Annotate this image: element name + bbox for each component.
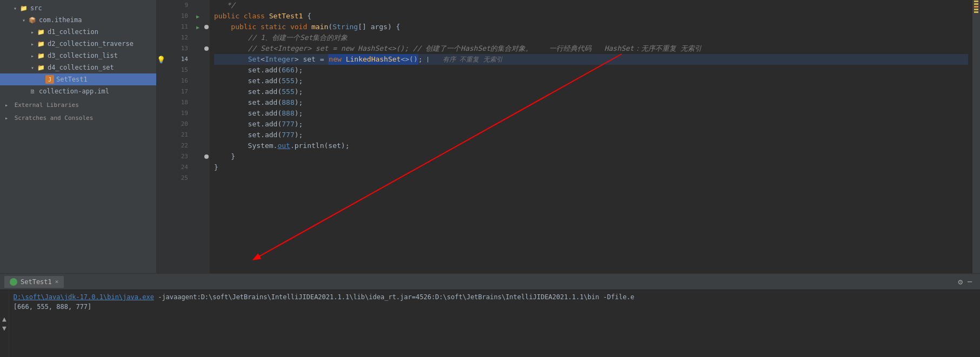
sidebar-scratches[interactable]: Scratches and Consoles [0,110,156,123]
sidebar-item-d2[interactable]: 📁 d2_collection_traverse [0,38,156,50]
run-btn-blank6 [192,65,203,76]
package-icon: 📦 [28,16,37,24]
tree-arrow-com-itheima [19,16,28,24]
terminal-tab-settest1[interactable]: SetTest1 × [4,276,64,288]
tree-arrow-d4 [28,63,37,72]
code-token: set.add( [214,86,282,97]
code-line-19: set.add( 888 ); [214,108,968,119]
ide-main-container: 📁 src 📦 com.itheima 📁 d1_collection 📁 d2… [0,0,980,273]
sidebar-item-SetTest1[interactable]: J SetTest1 [0,73,156,85]
line-num-21: 21 [168,130,188,140]
sidebar-item-com-itheima[interactable]: 📦 com.itheima [0,14,156,26]
run-btn-blank4 [192,43,203,54]
code-token: ( [328,22,332,32]
tree-arrow-scratches [2,113,11,122]
sidebar-external-libraries[interactable]: External Libraries [0,97,156,110]
code-token: ); [295,76,303,86]
code-line-21: set.add( 777 ); [214,130,968,140]
bookmark-21 [203,130,210,140]
terminal-minimize-icon[interactable]: − [967,277,972,287]
line-num-15: 15 [168,65,188,76]
terminal-tab-close-btn[interactable]: × [55,278,59,285]
terminal-args: -javaagent:D:\soft\JetBrains\IntelliJIDE… [158,293,634,301]
gutter-mark-3 [974,6,978,8]
line-num-19: 19 [168,108,188,119]
tree-arrow-settest1 [37,75,45,84]
code-token: System. [214,140,277,151]
code-token: ); [295,130,303,140]
terminal-up-arrow[interactable]: ▲ [2,315,6,322]
code-token: SetTest1 [269,11,303,22]
sidebar-item-d3[interactable]: 📁 d3_collection_list [0,50,156,62]
code-hint: 有序 不重复 无索引 [435,54,503,65]
bulb-icon-line14[interactable]: 💡 [157,54,165,65]
code-token: < [261,54,265,65]
sidebar-label-SetTest1: SetTest1 [56,76,88,83]
bulb-item-blank [157,0,165,11]
line-num-12: 12 [168,32,188,43]
terminal-body[interactable]: D:\soft\Java\jdk-17.0.1\bin\java.exe -ja… [9,290,980,357]
code-token [214,22,231,32]
code-line-9: */ [214,0,968,11]
run-btn-blank9 [192,97,203,108]
cursor-bar: | [423,54,430,65]
bulb-item-blank4 [157,32,165,43]
code-token: main [311,22,328,32]
sidebar-item-iml[interactable]: 🗎 collection-app.iml [0,85,156,97]
code-line-16: set.add( 555 ); [214,76,968,86]
scratches-label: Scratches and Consoles [15,114,94,122]
java-icon-settest1: J [45,75,54,84]
code-line-23: } [214,151,968,162]
code-token: 555 [282,76,294,86]
code-token: set.add( [214,76,282,86]
code-token: > set = [295,54,329,65]
run-btn-blank13 [192,140,203,151]
line-num-9: 9 [168,0,188,11]
run-btn-blank8 [192,86,203,97]
bookmark-17 [203,86,210,97]
code-line-24: } [214,162,968,173]
code-token [214,54,248,65]
code-token: public [214,11,239,22]
external-libraries-label: External Libraries [15,102,79,109]
code-token: 777 [282,119,294,130]
code-area[interactable]: */ public class SetTest1 { public static [210,0,972,273]
code-token [265,11,269,22]
bookmark-18 [203,97,210,108]
terminal-down-arrow[interactable]: ▼ [2,325,6,332]
terminal-tab-label: SetTest1 [21,278,52,286]
bookmark-22 [203,140,210,151]
line-num-13: 13 [168,43,188,54]
run-btn-blank14 [192,151,203,162]
sidebar-item-d1[interactable]: 📁 d1_collection [0,26,156,38]
tree-arrow-extlib [2,100,11,109]
bookmark-12 [203,32,210,43]
code-line-22: System. out .println(set); [214,140,968,151]
code-token: ); [295,65,303,76]
code-token: set.add( [214,97,282,108]
code-line-20: set.add( 777 ); [214,119,968,130]
line-num-20: 20 [168,119,188,130]
sidebar-label-com-itheima: com.itheima [39,16,82,24]
sidebar-item-src[interactable]: 📁 src [0,2,156,14]
code-line-17: set.add( 555 ); [214,86,968,97]
terminal-settings-icon[interactable]: ⚙ [958,277,963,287]
code-line-13: // Set<Integer> set = new HashSet<>(); /… [214,43,968,54]
sidebar-item-d4[interactable]: 📁 d4_collection_set [0,62,156,73]
folder-icon-d1: 📁 [37,28,45,36]
terminal-java-exe[interactable]: D:\soft\Java\jdk-17.0.1\bin\java.exe [14,293,154,301]
line-num-22: 22 [168,140,188,151]
terminal-header: SetTest1 × ⚙ − [0,274,980,290]
run-btn-10[interactable]: ▶ [192,11,203,22]
run-btn-blank11 [192,119,203,130]
run-btn-11[interactable]: ▶ [192,22,203,32]
terminal-controls: ⚙ − [958,277,976,287]
bookmark-20 [203,119,210,130]
gutter-mark-1 [974,1,978,2]
code-token: Integer [265,54,295,65]
code-token: Set [248,54,261,65]
code-line-25 [214,173,968,184]
terminal-output-line: [666, 555, 888, 777] [14,302,976,312]
code-token: ); [295,97,303,108]
code-token [286,22,290,32]
